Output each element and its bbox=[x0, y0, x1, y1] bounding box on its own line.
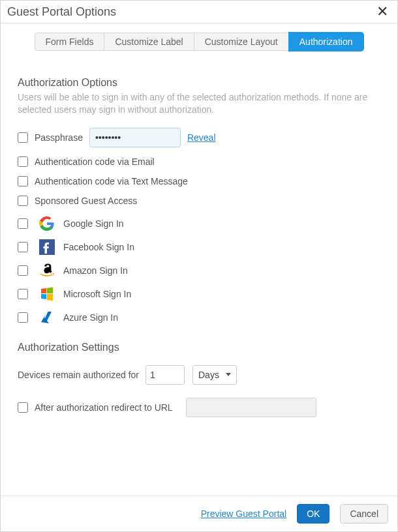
email-label: Authentication code via Email bbox=[35, 156, 155, 167]
tab-authorization[interactable]: Authorization bbox=[289, 33, 364, 51]
dialog-title: Guest Portal Options bbox=[7, 5, 116, 19]
option-sms-row: Authentication code via Text Message bbox=[18, 176, 380, 186]
facebook-label: Facebook Sign In bbox=[63, 242, 134, 252]
authorization-options-heading: Authorization Options bbox=[18, 77, 380, 89]
duration-input[interactable] bbox=[145, 365, 185, 385]
tab-form-fields[interactable]: Form Fields bbox=[35, 33, 105, 51]
cancel-button[interactable]: Cancel bbox=[340, 504, 388, 524]
amazon-icon bbox=[38, 262, 55, 279]
redirect-label: After authorization redirect to URL bbox=[35, 402, 173, 413]
duration-row: Devices remain authorized for Days bbox=[18, 365, 380, 385]
duration-label: Devices remain authorized for bbox=[18, 370, 139, 380]
chevron-down-icon bbox=[226, 373, 231, 376]
tab-bar: Form Fields Customize Label Customize La… bbox=[18, 33, 380, 51]
microsoft-checkbox[interactable] bbox=[18, 289, 28, 299]
close-icon[interactable]: ✕ bbox=[374, 5, 391, 19]
microsoft-label: Microsoft Sign In bbox=[63, 289, 131, 299]
reveal-link[interactable]: Reveal bbox=[187, 132, 216, 143]
tab-customize-layout[interactable]: Customize Layout bbox=[194, 33, 289, 51]
option-azure-row: Azure Sign In bbox=[18, 309, 380, 326]
sms-checkbox[interactable] bbox=[18, 176, 28, 186]
option-facebook-row: Facebook Sign In bbox=[18, 239, 380, 256]
guest-portal-options-dialog: Guest Portal Options ✕ Form Fields Custo… bbox=[0, 0, 398, 532]
titlebar: Guest Portal Options ✕ bbox=[1, 1, 397, 23]
option-sponsor-row: Sponsored Guest Access bbox=[18, 196, 380, 206]
option-email-row: Authentication code via Email bbox=[18, 156, 380, 167]
authorization-settings-heading: Authorization Settings bbox=[18, 342, 380, 353]
email-checkbox[interactable] bbox=[18, 156, 28, 167]
microsoft-icon bbox=[38, 286, 55, 303]
google-checkbox[interactable] bbox=[18, 218, 28, 229]
tab-customize-label[interactable]: Customize Label bbox=[104, 33, 194, 51]
azure-checkbox[interactable] bbox=[18, 312, 28, 323]
sms-label: Authentication code via Text Message bbox=[35, 176, 188, 186]
passphrase-label: Passphrase bbox=[35, 132, 83, 143]
passphrase-checkbox[interactable] bbox=[18, 132, 28, 143]
azure-label: Azure Sign In bbox=[63, 312, 118, 323]
facebook-icon bbox=[38, 239, 55, 256]
redirect-checkbox[interactable] bbox=[18, 402, 28, 413]
redirect-row: After authorization redirect to URL bbox=[18, 398, 380, 417]
option-microsoft-row: Microsoft Sign In bbox=[18, 286, 380, 303]
preview-guest-portal-link[interactable]: Preview Guest Portal bbox=[201, 509, 287, 519]
ok-button[interactable]: OK bbox=[297, 504, 329, 524]
dialog-footer: Preview Guest Portal OK Cancel bbox=[1, 495, 397, 531]
sponsor-checkbox[interactable] bbox=[18, 196, 28, 206]
amazon-label: Amazon Sign In bbox=[63, 265, 128, 276]
facebook-checkbox[interactable] bbox=[18, 242, 28, 252]
azure-icon bbox=[38, 309, 55, 326]
option-google-row: Google Sign In bbox=[18, 215, 380, 232]
passphrase-input[interactable] bbox=[89, 128, 181, 147]
sponsor-label: Sponsored Guest Access bbox=[35, 196, 137, 206]
duration-unit-label: Days bbox=[198, 370, 219, 380]
amazon-checkbox[interactable] bbox=[18, 265, 28, 276]
redirect-url-input[interactable] bbox=[186, 398, 316, 417]
option-amazon-row: Amazon Sign In bbox=[18, 262, 380, 279]
google-icon bbox=[38, 215, 55, 232]
dialog-body: Form Fields Customize Label Customize La… bbox=[1, 23, 397, 495]
authorization-options-description: Users will be able to sign in with any o… bbox=[18, 91, 380, 116]
google-label: Google Sign In bbox=[63, 218, 124, 229]
duration-unit-select[interactable]: Days bbox=[192, 365, 237, 385]
option-passphrase-row: Passphrase Reveal bbox=[18, 128, 380, 147]
